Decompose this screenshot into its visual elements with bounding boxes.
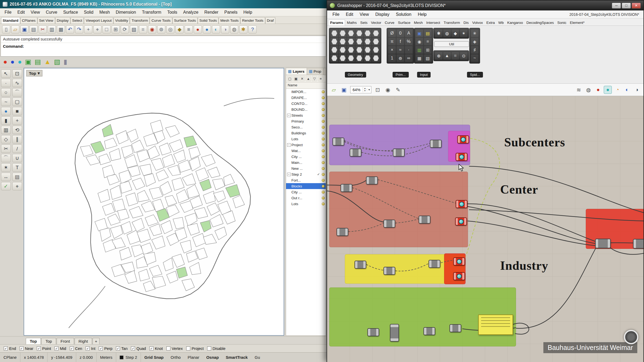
palette-component-icon[interactable]: ⊚ [397,54,404,62]
palette-component-icon[interactable] [331,46,338,54]
layer-row-blocks[interactable]: Blocks [286,183,326,189]
gh-menu-file[interactable]: File [329,11,343,18]
restore-button[interactable]: □ [622,3,631,9]
cbar-group-display[interactable]: ≋ [575,86,583,94]
layer-row-bound[interactable]: BOUND... [286,106,326,112]
toolbar-icon-copy[interactable]: ▥ [48,25,56,34]
menu-analyze[interactable]: Analyze [180,9,202,16]
palette-component-icon[interactable]: 1 [388,54,396,62]
palette-component-icon[interactable]: A [405,29,412,37]
osnap-disable[interactable]: Disable [207,346,225,351]
layer-visibility-bulb-icon[interactable] [322,120,325,123]
gh-component[interactable] [350,149,361,157]
toolbar-icon-help[interactable]: ? [248,25,257,34]
layer-visibility-bulb-icon[interactable] [322,102,325,105]
toolbar-icon-print[interactable]: ▤ [30,25,38,34]
palette-component-icon[interactable]: ◉ [416,38,423,45]
zoom-control[interactable]: 64% ▲ ▼ ▾ [350,86,371,93]
status-field-active-layer[interactable]: Step 2 [116,353,141,362]
toolbar-icon-zoom-target[interactable]: ⌖ [93,25,101,34]
layer-row-wat[interactable]: Wat... [286,148,326,154]
layer-visibility-bulb-icon[interactable] [322,202,325,205]
osnap-knot[interactable]: ✓Knot [149,346,163,351]
cbar-preview-dark-sphere[interactable]: ◑ [633,86,641,94]
rhino-viewport[interactable]: Top ▾ [24,68,284,336]
menu-file[interactable]: File [2,9,14,16]
toolbar-icon-hide-objects[interactable]: ◎ [166,25,174,34]
side-icon-hatch[interactable]: ▨ [12,173,22,181]
side-icon-control-point[interactable]: · [1,79,11,87]
osnap-checkbox[interactable] [207,346,211,350]
side-icon-rotate[interactable]: ⟲ [12,126,22,134]
toolbar-tab-set-view[interactable]: Set View [38,17,55,24]
zoom-dropdown-icon[interactable]: ▾ [367,88,371,91]
osnap-project[interactable]: Project [186,346,204,351]
status-field-y[interactable]: y -1584.409 [47,353,76,362]
palette-component-icon[interactable]: ⊞ [424,46,431,54]
palette-component-icon[interactable] [356,46,363,54]
gh-tab-vector[interactable]: Vector [369,20,383,25]
status-field-z[interactable]: z 0.000 [76,353,97,362]
quick-icon-green-hatch-box[interactable]: ▧ [54,58,60,65]
layer-visibility-bulb-icon[interactable] [322,179,325,182]
osnap-checkbox[interactable]: ✓ [20,346,24,350]
toolbar-icon-cut[interactable]: ✂ [39,25,47,34]
toolbar-tab-mesh-tools[interactable]: Mesh Tools [219,17,240,24]
minimize-button[interactable]: ─ [612,3,621,9]
side-icon-box[interactable]: ■ [12,107,22,115]
toolbar-icon-named-view[interactable]: ▧ [130,25,138,34]
osnap-tan[interactable]: ✓Tan [116,346,127,351]
gh-tab-transform[interactable]: Transform [442,20,462,25]
close-button[interactable]: ✕ [632,3,641,9]
osnap-near[interactable]: ✓Near [20,346,33,351]
gh-component[interactable] [430,140,442,148]
gh-menu-help[interactable]: Help [415,11,430,18]
osnap-checkbox[interactable]: ✓ [37,346,41,350]
layer-row-fort[interactable]: Fort... [286,177,326,183]
toolbar-tab-select[interactable]: Select [71,17,84,24]
osnap-point[interactable]: ✓Point [37,346,51,351]
layer-row-project[interactable]: −Project [286,142,326,148]
toolbar-icon-turntable[interactable]: ◍ [230,25,238,34]
gh-tab-sets[interactable]: Sets [359,20,369,25]
palette-component-icon[interactable] [339,54,346,62]
side-icon-split[interactable]: / [12,145,22,153]
menu-edit[interactable]: Edit [14,9,28,16]
layer-visibility-bulb-icon[interactable] [322,138,325,141]
gh-tab-extra[interactable]: Extra [485,20,497,25]
osnap-checkbox[interactable]: ✓ [99,346,103,350]
osnap-end[interactable]: ✓End [4,346,16,351]
palette-component-icon[interactable]: ⊕ [435,52,442,60]
palette-group-label-spider[interactable]: Spid... [467,72,483,77]
palette-component-icon[interactable]: 0 [397,29,404,37]
menu-solid[interactable]: Solid [81,9,97,16]
palette-component-icon[interactable] [356,29,363,37]
toolbar-icon-options[interactable]: ✱ [239,25,247,34]
palette-group-label-primitive[interactable]: Prim... [393,72,409,77]
osnap-checkbox[interactable]: ✓ [54,346,58,350]
layer-visibility-bulb-icon[interactable] [322,114,325,117]
gh-canvas[interactable]: Bauhaus-Universität Weimar SubcentersCen… [327,96,643,362]
side-icon-copy-object[interactable]: ▥ [1,126,11,134]
osnap-checkbox[interactable]: ✓ [131,346,135,350]
palette-group-label-util[interactable]: Util [434,41,469,47]
expand-icon[interactable]: − [287,173,291,176]
gh-tab-element[interactable]: Element* [568,20,586,25]
osnap-checkbox[interactable]: ✓ [116,346,120,350]
gh-note-panel[interactable] [478,315,513,335]
viewport-tab-top[interactable]: Top [41,338,56,344]
palette-component-icon[interactable]: ◆ [452,29,459,37]
palette-component-icon[interactable]: ▧ [424,54,431,62]
toolbar-tab-draf[interactable]: Draf [265,17,276,24]
gh-component-selected[interactable] [453,257,465,265]
layers-tool-filter[interactable]: ≡ [318,76,323,81]
palette-component-icon[interactable] [339,29,346,37]
palette-component-icon[interactable] [331,29,338,37]
toolbar-icon-gumball[interactable]: ◉ [148,25,156,34]
toolbar-icon-open-file[interactable]: ▱ [11,25,19,34]
viewport-tab-top[interactable]: Top [26,338,41,344]
palette-group-label-input[interactable]: Input [417,72,431,77]
palette-component-icon[interactable]: ≡ [424,38,431,45]
layer-visibility-bulb-icon[interactable] [322,185,325,188]
gh-titlebar[interactable]: Grasshopper - 2016-07-04_Step2city#3LOTS… [327,1,643,10]
